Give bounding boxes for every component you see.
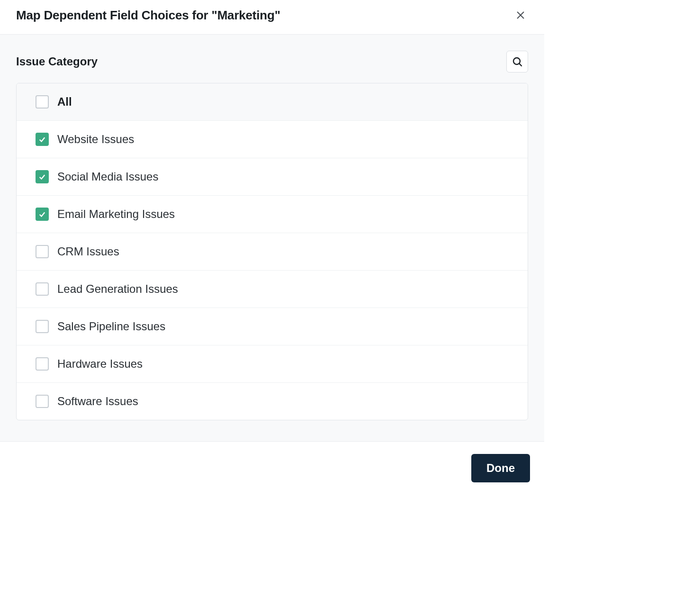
option-row[interactable]: Website Issues	[17, 121, 528, 158]
map-dependent-field-dialog: Map Dependent Field Choices for "Marketi…	[0, 0, 544, 495]
option-row[interactable]: Social Media Issues	[17, 158, 528, 196]
close-icon	[515, 10, 526, 20]
close-button[interactable]	[513, 8, 528, 23]
option-label: Lead Generation Issues	[57, 282, 178, 296]
dialog-title: Map Dependent Field Choices for "Marketi…	[16, 8, 280, 23]
option-label: Software Issues	[57, 395, 138, 408]
option-list: AllWebsite IssuesSocial Media IssuesEmai…	[16, 83, 528, 420]
option-row[interactable]: Hardware Issues	[17, 345, 528, 383]
checkbox-all[interactable]	[36, 95, 49, 109]
section-title: Issue Category	[16, 55, 98, 68]
option-row[interactable]: Email Marketing Issues	[17, 196, 528, 233]
dialog-body: Issue Category AllWebsite IssuesSocial M…	[0, 35, 544, 441]
search-icon	[512, 56, 523, 67]
check-icon	[38, 210, 46, 218]
option-row[interactable]: CRM Issues	[17, 233, 528, 271]
check-icon	[38, 135, 46, 144]
checkbox[interactable]	[36, 395, 49, 408]
search-button[interactable]	[506, 51, 528, 72]
option-row[interactable]: Sales Pipeline Issues	[17, 308, 528, 345]
checkbox[interactable]	[36, 245, 49, 258]
option-row-all[interactable]: All	[17, 83, 528, 121]
checkbox[interactable]	[36, 282, 49, 296]
option-label: CRM Issues	[57, 245, 119, 258]
dialog-footer: Done	[0, 441, 544, 495]
option-label: Sales Pipeline Issues	[57, 320, 165, 333]
dialog-header: Map Dependent Field Choices for "Marketi…	[0, 0, 544, 35]
section-header: Issue Category	[16, 51, 528, 72]
checkbox[interactable]	[36, 357, 49, 371]
checkbox[interactable]	[36, 320, 49, 333]
checkbox[interactable]	[36, 133, 49, 146]
option-label: Social Media Issues	[57, 170, 158, 183]
checkbox[interactable]	[36, 208, 49, 221]
option-label: Website Issues	[57, 133, 134, 146]
option-label: Hardware Issues	[57, 357, 143, 371]
check-icon	[38, 172, 46, 181]
option-label: All	[57, 95, 72, 109]
option-row[interactable]: Software Issues	[17, 383, 528, 420]
checkbox[interactable]	[36, 170, 49, 183]
svg-line-3	[519, 63, 521, 66]
option-row[interactable]: Lead Generation Issues	[17, 271, 528, 308]
option-label: Email Marketing Issues	[57, 208, 175, 221]
done-button[interactable]: Done	[471, 454, 530, 482]
